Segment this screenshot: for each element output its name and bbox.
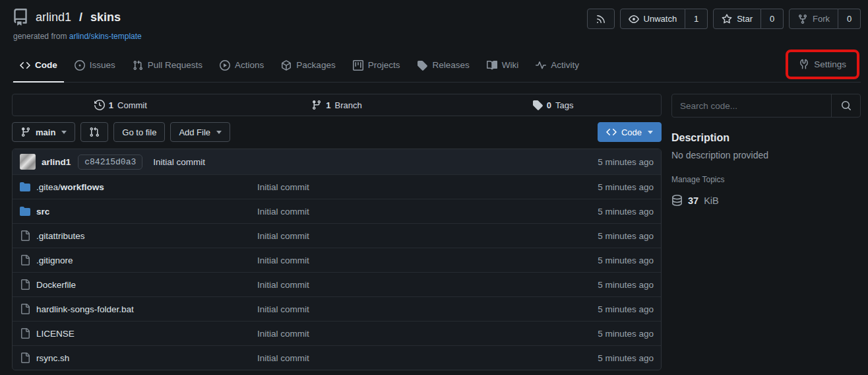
tab-wiki[interactable]: Wiki	[480, 51, 526, 83]
template-repo-link[interactable]: arlind/skins-template	[69, 32, 142, 41]
avatar[interactable]	[20, 154, 36, 170]
tab-issues[interactable]: Issues	[68, 51, 122, 83]
file-commit-message[interactable]: Initial commit	[257, 182, 598, 192]
tab-releases[interactable]: Releases	[410, 51, 476, 83]
table-row[interactable]: rsync.sh Initial commit 5 minutes ago	[13, 345, 661, 370]
file-name-link[interactable]: rsync.sh	[36, 353, 69, 363]
file-name[interactable]: LICENSE	[36, 329, 75, 339]
star-group: Star 0	[713, 9, 784, 29]
pull-request-icon	[133, 60, 143, 71]
file-commit-message[interactable]: Initial commit	[257, 256, 598, 265]
code-icon	[606, 127, 617, 137]
tab-label: Wiki	[502, 60, 519, 70]
file-name[interactable]: rsync.sh	[36, 353, 69, 363]
git-branch-icon	[20, 127, 31, 137]
current-branch-label: main	[36, 127, 55, 137]
tab-label: Activity	[551, 60, 579, 70]
tab-actions[interactable]: Actions	[213, 51, 270, 83]
file-commit-message[interactable]: Initial commit	[257, 207, 598, 217]
table-row[interactable]: .gitea/workflows Initial commit 5 minute…	[13, 174, 661, 199]
tab-label: Actions	[235, 60, 264, 70]
manage-topics-link[interactable]: Manage Topics	[671, 175, 725, 184]
star-button[interactable]: Star	[713, 9, 761, 29]
commit-hash-badge[interactable]: c84215d0a3	[78, 154, 142, 170]
file-path-prefix[interactable]: .gitea/	[36, 182, 61, 192]
branch-label: Branch	[335, 100, 362, 110]
file-name-link[interactable]: Dockerfile	[36, 280, 76, 290]
repo-owner-link[interactable]: arlind1	[36, 11, 71, 24]
repo-name: skins	[90, 11, 121, 24]
table-row[interactable]: Dockerfile Initial commit 5 minutes ago	[13, 272, 661, 296]
search-button[interactable]	[831, 94, 860, 117]
branches-stat[interactable]: 1 Branch	[229, 94, 445, 116]
file-icon	[20, 353, 30, 363]
file-name-link[interactable]: LICENSE	[36, 329, 75, 339]
compare-button[interactable]	[80, 122, 108, 142]
star-label: Star	[737, 14, 753, 24]
repo-main-column: 1 Commit 1 Branch 0 Tags	[12, 94, 662, 370]
search-icon	[841, 100, 852, 111]
file-name[interactable]: workflows	[61, 182, 104, 192]
file-commit-message[interactable]: Initial commit	[257, 353, 598, 363]
file-commit-message[interactable]: Initial commit	[257, 231, 598, 241]
file-name-link[interactable]: .gitattributes	[36, 231, 85, 241]
tab-activity[interactable]: Activity	[529, 51, 586, 83]
commit-author-link[interactable]: arlind1	[42, 157, 71, 167]
code-search-box	[671, 94, 861, 118]
add-file-button[interactable]: Add File	[170, 122, 230, 142]
book-icon	[487, 60, 497, 71]
code-button-label: Code	[621, 127, 642, 137]
rss-button[interactable]	[587, 9, 615, 29]
table-row[interactable]: .gitattributes Initial commit 5 minutes …	[13, 223, 661, 248]
file-name[interactable]: hardlink-songs-folder.bat	[36, 304, 134, 314]
repo-name-link[interactable]: skins	[90, 11, 121, 24]
commit-message-link[interactable]: Initial commit	[153, 157, 205, 167]
tab-projects[interactable]: Projects	[346, 51, 407, 83]
file-commit-message[interactable]: Initial commit	[257, 329, 598, 339]
file-name[interactable]: src	[36, 207, 49, 217]
eye-icon	[629, 14, 639, 24]
unwatch-button[interactable]: Unwatch	[620, 9, 686, 29]
branch-selector[interactable]: main	[12, 122, 75, 142]
tags-stat[interactable]: 0 Tags	[445, 94, 661, 116]
go-to-file-button[interactable]: Go to file	[113, 122, 165, 142]
fork-button[interactable]: Fork	[789, 9, 838, 29]
git-compare-icon	[89, 127, 100, 137]
table-row[interactable]: LICENSE Initial commit 5 minutes ago	[13, 321, 661, 345]
tab-pull-requests[interactable]: Pull Requests	[126, 51, 209, 83]
tab-code[interactable]: Code	[13, 51, 64, 83]
commit-count: 1	[109, 100, 113, 110]
commits-stat[interactable]: 1 Commit	[13, 94, 229, 116]
file-name-link[interactable]: .gitignore	[36, 256, 73, 265]
table-row[interactable]: .gitignore Initial commit 5 minutes ago	[13, 248, 661, 272]
file-name-link[interactable]: hardlink-songs-folder.bat	[36, 304, 134, 314]
table-row[interactable]: hardlink-songs-folder.bat Initial commit…	[13, 296, 661, 321]
tab-settings[interactable]: Settings	[792, 52, 853, 77]
tab-packages[interactable]: Packages	[274, 51, 342, 83]
star-icon	[722, 14, 732, 24]
file-name[interactable]: Dockerfile	[36, 280, 76, 290]
file-name-link[interactable]: .gitea/workflows	[36, 182, 104, 192]
repo-owner: arlind1	[36, 11, 71, 24]
git-branch-icon	[311, 100, 322, 110]
table-row[interactable]: src Initial commit 5 minutes ago	[13, 199, 661, 223]
tab-label: Packages	[296, 60, 335, 70]
forks-count-button[interactable]: 0	[838, 9, 861, 29]
repo-icon	[12, 9, 29, 26]
file-commit-time: 5 minutes ago	[598, 280, 654, 290]
header-actions: Unwatch 1 Star 0 Fork	[587, 9, 861, 29]
stars-count-button[interactable]: 0	[761, 9, 784, 29]
file-name[interactable]: .gitignore	[36, 256, 73, 265]
watchers-count-button[interactable]: 1	[685, 9, 708, 29]
tab-label: Issues	[90, 60, 115, 70]
file-icon	[20, 279, 30, 290]
repo-separator: /	[78, 11, 84, 24]
file-name-link[interactable]: src	[36, 207, 49, 217]
file-name[interactable]: .gitattributes	[36, 231, 85, 241]
file-commit-message[interactable]: Initial commit	[257, 304, 598, 314]
repo-header: arlind1 / skins generated from arlind/sk…	[12, 0, 861, 41]
file-commit-message[interactable]: Initial commit	[257, 280, 598, 290]
settings-highlight-annotation: Settings	[786, 50, 859, 79]
search-input[interactable]	[672, 94, 831, 117]
code-download-button[interactable]: Code	[598, 122, 662, 142]
